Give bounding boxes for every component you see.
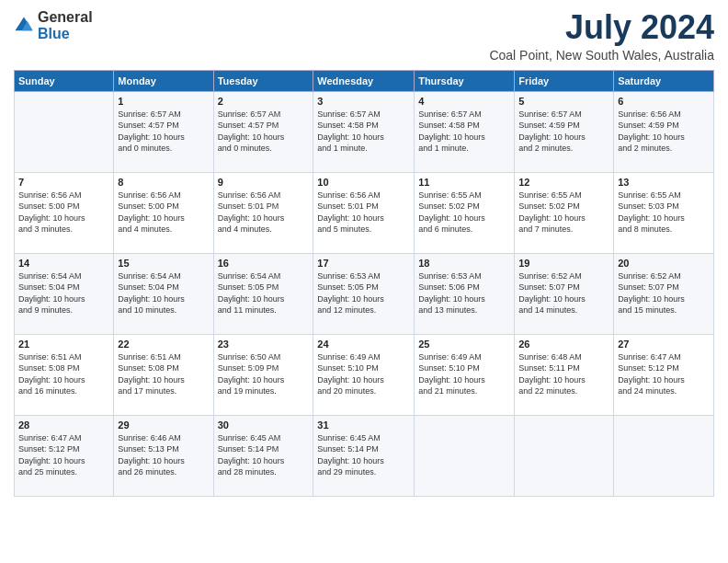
day-info: Sunrise: 6:52 AM Sunset: 5:07 PM Dayligh… [518, 270, 609, 316]
day-cell: 10Sunrise: 6:56 AM Sunset: 5:01 PM Dayli… [313, 172, 415, 253]
day-cell: 4Sunrise: 6:57 AM Sunset: 4:58 PM Daylig… [415, 91, 515, 172]
day-cell: 14Sunrise: 6:54 AM Sunset: 5:04 PM Dayli… [15, 253, 114, 334]
day-number: 26 [518, 339, 609, 350]
day-number: 23 [218, 339, 310, 350]
day-info: Sunrise: 6:57 AM Sunset: 4:59 PM Dayligh… [518, 109, 609, 155]
day-cell: 30Sunrise: 6:45 AM Sunset: 5:14 PM Dayli… [213, 415, 313, 496]
header-cell-saturday: Saturday [614, 70, 714, 91]
week-row-3: 14Sunrise: 6:54 AM Sunset: 5:04 PM Dayli… [15, 253, 714, 334]
day-info: Sunrise: 6:56 AM Sunset: 5:01 PM Dayligh… [218, 190, 310, 236]
day-cell [515, 415, 614, 496]
day-info: Sunrise: 6:56 AM Sunset: 5:00 PM Dayligh… [118, 190, 209, 236]
day-info: Sunrise: 6:45 AM Sunset: 5:14 PM Dayligh… [218, 432, 310, 478]
logo-icon [14, 16, 34, 36]
day-cell: 6Sunrise: 6:56 AM Sunset: 4:59 PM Daylig… [614, 91, 714, 172]
day-info: Sunrise: 6:50 AM Sunset: 5:09 PM Dayligh… [218, 351, 310, 397]
logo-blue: Blue [38, 26, 70, 41]
day-cell: 5Sunrise: 6:57 AM Sunset: 4:59 PM Daylig… [515, 91, 614, 172]
day-info: Sunrise: 6:56 AM Sunset: 4:59 PM Dayligh… [618, 109, 710, 155]
day-info: Sunrise: 6:57 AM Sunset: 4:57 PM Dayligh… [218, 109, 310, 155]
day-cell: 1Sunrise: 6:57 AM Sunset: 4:57 PM Daylig… [114, 91, 213, 172]
day-info: Sunrise: 6:54 AM Sunset: 5:04 PM Dayligh… [18, 270, 109, 316]
day-number: 6 [618, 96, 710, 107]
day-cell: 11Sunrise: 6:55 AM Sunset: 5:02 PM Dayli… [415, 172, 515, 253]
day-number: 10 [317, 177, 410, 188]
day-cell: 26Sunrise: 6:48 AM Sunset: 5:11 PM Dayli… [515, 334, 614, 415]
day-number: 2 [218, 96, 310, 107]
day-info: Sunrise: 6:47 AM Sunset: 5:12 PM Dayligh… [18, 432, 109, 478]
day-info: Sunrise: 6:56 AM Sunset: 5:01 PM Dayligh… [317, 190, 410, 236]
title-block: July 2024 Coal Point, New South Wales, A… [489, 9, 714, 63]
week-row-1: 1Sunrise: 6:57 AM Sunset: 4:57 PM Daylig… [15, 91, 714, 172]
day-info: Sunrise: 6:45 AM Sunset: 5:14 PM Dayligh… [317, 432, 410, 478]
day-info: Sunrise: 6:51 AM Sunset: 5:08 PM Dayligh… [18, 351, 109, 397]
day-cell [415, 415, 515, 496]
day-cell: 16Sunrise: 6:54 AM Sunset: 5:05 PM Dayli… [213, 253, 313, 334]
day-number: 19 [518, 258, 609, 269]
day-cell: 24Sunrise: 6:49 AM Sunset: 5:10 PM Dayli… [313, 334, 415, 415]
day-cell [15, 91, 114, 172]
day-cell: 27Sunrise: 6:47 AM Sunset: 5:12 PM Dayli… [614, 334, 714, 415]
day-number: 28 [18, 419, 109, 431]
header-cell-wednesday: Wednesday [313, 70, 415, 91]
logo: General Blue [14, 9, 93, 42]
day-number: 9 [218, 177, 310, 188]
day-cell: 18Sunrise: 6:53 AM Sunset: 5:06 PM Dayli… [415, 253, 515, 334]
logo-general: General [38, 9, 93, 25]
page: General Blue July 2024 Coal Point, New S… [0, 0, 728, 563]
day-cell: 20Sunrise: 6:52 AM Sunset: 5:07 PM Dayli… [614, 253, 714, 334]
day-info: Sunrise: 6:55 AM Sunset: 5:02 PM Dayligh… [418, 190, 510, 236]
header-cell-tuesday: Tuesday [213, 70, 313, 91]
day-info: Sunrise: 6:51 AM Sunset: 5:08 PM Dayligh… [118, 351, 209, 397]
day-number: 20 [618, 258, 710, 269]
day-info: Sunrise: 6:56 AM Sunset: 5:00 PM Dayligh… [18, 190, 109, 236]
day-number: 3 [317, 96, 410, 107]
day-info: Sunrise: 6:49 AM Sunset: 5:10 PM Dayligh… [418, 351, 510, 397]
day-cell: 2Sunrise: 6:57 AM Sunset: 4:57 PM Daylig… [213, 91, 313, 172]
day-number: 30 [218, 419, 310, 431]
day-cell [614, 415, 714, 496]
header-cell-monday: Monday [114, 70, 213, 91]
day-cell: 12Sunrise: 6:55 AM Sunset: 5:02 PM Dayli… [515, 172, 614, 253]
calendar-table: SundayMondayTuesdayWednesdayThursdayFrid… [14, 70, 714, 497]
day-info: Sunrise: 6:52 AM Sunset: 5:07 PM Dayligh… [618, 270, 710, 316]
day-info: Sunrise: 6:46 AM Sunset: 5:13 PM Dayligh… [118, 432, 209, 478]
day-number: 29 [118, 419, 209, 431]
day-number: 15 [118, 258, 209, 269]
day-info: Sunrise: 6:47 AM Sunset: 5:12 PM Dayligh… [618, 351, 710, 397]
day-cell: 8Sunrise: 6:56 AM Sunset: 5:00 PM Daylig… [114, 172, 213, 253]
day-number: 25 [418, 339, 510, 350]
day-number: 24 [317, 339, 410, 350]
day-cell: 28Sunrise: 6:47 AM Sunset: 5:12 PM Dayli… [15, 415, 114, 496]
week-row-4: 21Sunrise: 6:51 AM Sunset: 5:08 PM Dayli… [15, 334, 714, 415]
day-info: Sunrise: 6:49 AM Sunset: 5:10 PM Dayligh… [317, 351, 410, 397]
day-number: 14 [18, 258, 109, 269]
day-cell: 17Sunrise: 6:53 AM Sunset: 5:05 PM Dayli… [313, 253, 415, 334]
day-info: Sunrise: 6:55 AM Sunset: 5:03 PM Dayligh… [618, 190, 710, 236]
day-cell: 25Sunrise: 6:49 AM Sunset: 5:10 PM Dayli… [415, 334, 515, 415]
location-title: Coal Point, New South Wales, Australia [489, 48, 714, 63]
day-number: 8 [118, 177, 209, 188]
day-info: Sunrise: 6:57 AM Sunset: 4:58 PM Dayligh… [317, 109, 410, 155]
logo-text: General Blue [38, 9, 93, 42]
header: General Blue July 2024 Coal Point, New S… [14, 9, 714, 63]
day-number: 11 [418, 177, 510, 188]
header-cell-sunday: Sunday [15, 70, 114, 91]
day-number: 17 [317, 258, 410, 269]
day-cell: 19Sunrise: 6:52 AM Sunset: 5:07 PM Dayli… [515, 253, 614, 334]
day-number: 5 [518, 96, 609, 107]
day-info: Sunrise: 6:55 AM Sunset: 5:02 PM Dayligh… [518, 190, 609, 236]
day-number: 7 [18, 177, 109, 188]
day-number: 16 [218, 258, 310, 269]
day-cell: 22Sunrise: 6:51 AM Sunset: 5:08 PM Dayli… [114, 334, 213, 415]
month-title: July 2024 [489, 9, 714, 46]
day-cell: 23Sunrise: 6:50 AM Sunset: 5:09 PM Dayli… [213, 334, 313, 415]
day-number: 18 [418, 258, 510, 269]
header-row: SundayMondayTuesdayWednesdayThursdayFrid… [15, 70, 714, 91]
day-cell: 29Sunrise: 6:46 AM Sunset: 5:13 PM Dayli… [114, 415, 213, 496]
day-cell: 21Sunrise: 6:51 AM Sunset: 5:08 PM Dayli… [15, 334, 114, 415]
day-number: 22 [118, 339, 209, 350]
header-cell-thursday: Thursday [415, 70, 515, 91]
day-info: Sunrise: 6:48 AM Sunset: 5:11 PM Dayligh… [518, 351, 609, 397]
day-cell: 13Sunrise: 6:55 AM Sunset: 5:03 PM Dayli… [614, 172, 714, 253]
